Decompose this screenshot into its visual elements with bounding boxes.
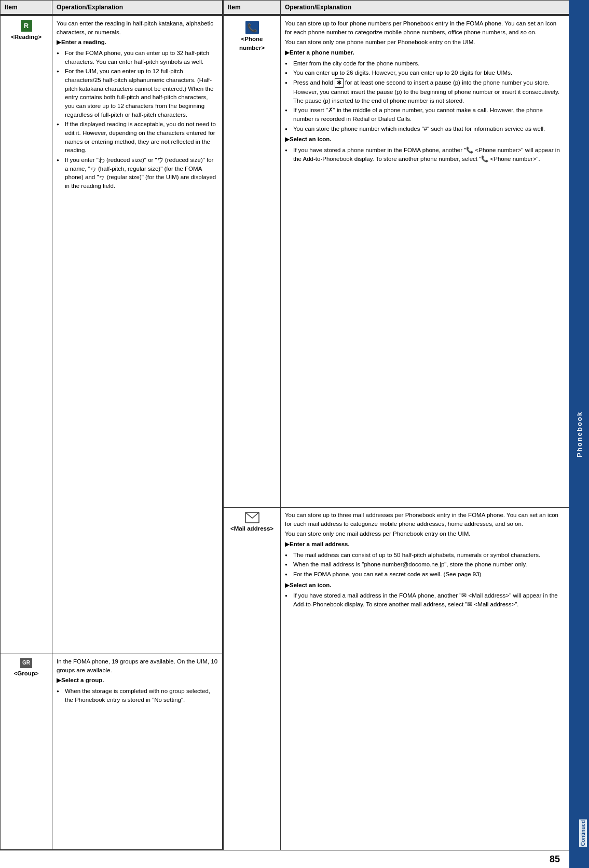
phone-number-label: <Phonenumber> xyxy=(239,35,265,52)
mail-action2: ▶Select an icon. xyxy=(285,581,565,590)
phone-bullet-6: If you have stored a phone number in the… xyxy=(285,146,565,163)
reading-bullet-4: If you enter "わ (reduced size)" or "ウ (r… xyxy=(57,156,218,191)
phonebook-sidebar: Phonebook Continued → xyxy=(569,0,589,868)
reading-action: ▶Enter a reading. xyxy=(57,38,218,47)
phone-bullet-2: You can enter up to 26 digits. However, … xyxy=(285,69,565,77)
arrow-continued: → xyxy=(581,847,586,852)
table-row: GR <Group> In the FOMA phone, 19 groups … xyxy=(1,654,223,850)
group-item-cell: GR <Group> xyxy=(1,654,52,850)
phone-content: You can store up to four phone numbers p… xyxy=(281,16,569,508)
mail-intro1: You can store up to three mail addresses… xyxy=(285,511,565,528)
reading-label: <Reading> xyxy=(11,33,42,42)
phone-bullet-3: Press and hold ✱ for at least one second… xyxy=(285,78,565,105)
mail-bullet-4: If you have stored a mail address in the… xyxy=(285,591,565,608)
phone-bullet-5: You can store the phone number which inc… xyxy=(285,125,565,133)
left-col1-header: Item xyxy=(1,1,52,15)
table-row: <Mail address> You can store up to three… xyxy=(224,508,569,850)
group-action: ▶Select a group. xyxy=(57,676,218,685)
phone-item-cell: 📞 <Phonenumber> xyxy=(224,16,281,508)
svg-text:📞: 📞 xyxy=(247,23,257,33)
phone-action1: ▶Enter a phone number. xyxy=(285,48,565,57)
mail-action1: ▶Enter a mail address. xyxy=(285,540,565,549)
mail-bullet-3: For the FOMA phone, you can set a secret… xyxy=(285,570,565,579)
group-icon: GR xyxy=(20,658,32,668)
sidebar-label: Phonebook xyxy=(576,411,583,457)
right-col2-header: Operation/Explanation xyxy=(281,1,569,15)
right-col1-header: Item xyxy=(224,1,281,15)
mail-address-icon xyxy=(245,512,259,523)
group-content: In the FOMA phone, 19 groups are availab… xyxy=(52,654,223,850)
phone-intro2: You can store only one phone number per … xyxy=(285,38,565,47)
group-intro: In the FOMA phone, 19 groups are availab… xyxy=(57,657,218,674)
reading-bullet-2: For the UIM, you can enter up to 12 full… xyxy=(57,67,218,119)
phone-bullet-1: Enter from the city code for the phone n… xyxy=(285,59,565,68)
reading-item-cell: R <Reading> xyxy=(1,16,52,654)
mail-item-cell: <Mail address> xyxy=(224,508,281,850)
phone-number-icon: 📞 xyxy=(245,20,259,35)
reading-bullet-3: If the displayed reading is acceptable, … xyxy=(57,120,218,155)
reading-bullet-1: For the FOMA phone, you can enter up to … xyxy=(57,49,218,66)
table-row: 📞 <Phonenumber> You can store up to four… xyxy=(224,16,569,508)
reading-content: You can enter the reading in half-pitch … xyxy=(52,16,223,654)
phone-bullet-4: If you insert "✗" in the middle of a pho… xyxy=(285,106,565,123)
phone-action2: ▶Select an icon. xyxy=(285,135,565,144)
reading-icon: R xyxy=(21,20,32,32)
continued-label: Continued xyxy=(579,819,587,847)
group-bullet-1: When the storage is completed with no gr… xyxy=(57,687,218,704)
table-row: R <Reading> You can enter the reading in… xyxy=(1,16,223,654)
left-col2-header: Operation/Explanation xyxy=(52,1,223,15)
mail-address-label: <Mail address> xyxy=(230,524,273,533)
mail-bullet-1: The mail address can consist of up to 50… xyxy=(285,551,565,560)
mail-bullet-2: When the mail address is "phone number@d… xyxy=(285,560,565,569)
mail-content: You can store up to three mail addresses… xyxy=(281,508,569,850)
group-label: <Group> xyxy=(14,669,39,678)
phone-intro1: You can store up to four phone numbers p… xyxy=(285,19,565,36)
reading-intro: You can enter the reading in half-pitch … xyxy=(57,19,218,36)
page-number: 85 xyxy=(550,854,560,865)
mail-intro2: You can store only one mail address per … xyxy=(285,530,565,538)
